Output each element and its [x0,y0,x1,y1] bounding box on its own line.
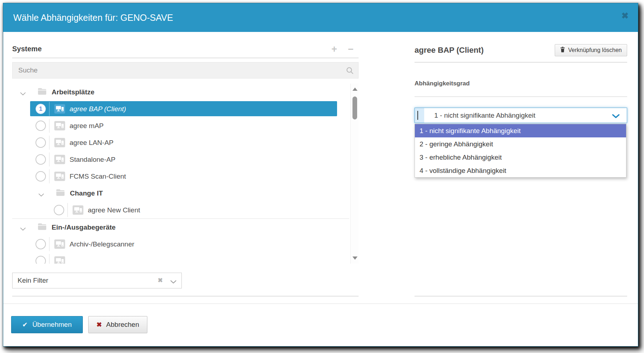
dependency-option[interactable]: 1 - nicht signifikante Abhängigkeit [415,124,626,137]
tree-item-label: FCMS Scan-Client [70,168,126,185]
chevron-down-icon[interactable] [20,226,26,232]
radio-circle[interactable] [35,121,46,131]
search-icon [346,67,354,76]
dependency-option[interactable]: 4 - vollständige Abhängigkeit [415,164,626,177]
search-box [12,62,359,79]
divider [49,152,49,166]
tree-row[interactable]: 1agree BAP (Client) [12,100,349,117]
tree-row[interactable]: agree LAN-AP [12,134,349,151]
cancel-button[interactable]: ✖ Abbrechen [88,316,147,333]
tree-item-label: agree New Client [88,202,140,218]
tree-folder-label: Change IT [70,185,103,202]
tree-folder-label: Ein-/Ausgabegeräte [52,219,115,236]
delete-link-button[interactable]: Verknüpfung löschen [555,44,627,56]
dialog-title: Wähle Abhängigkeiten für: GENO-SAVE [13,3,173,32]
dependency-degree-label: Abhängigkeitsgrad [415,80,470,87]
systems-heading: Systeme [12,45,42,53]
device-icon [54,104,65,115]
chevron-down-icon[interactable] [38,192,44,198]
combobox-value: 1 - nicht signifikante Abhängigkeit [434,108,535,123]
selection-order-badge: 1 [35,104,46,114]
tree-item-label: agree mAP [70,117,104,134]
chevron-down-icon[interactable] [612,113,620,120]
divider [415,97,627,97]
filter-select[interactable]: Kein Filter ✖ [12,273,182,288]
tree-row[interactable]: agree mAP [12,117,349,134]
divider [3,303,638,304]
device-icon [54,121,65,132]
divider [49,102,49,116]
device-icon [72,205,84,216]
divider [49,254,49,264]
device-icon [54,138,65,149]
folder-icon [37,87,47,97]
divider [415,296,627,296]
device-icon [54,171,65,183]
close-icon[interactable]: ✖ [621,11,629,21]
divider [415,62,627,62]
scrollbar-down-icon[interactable] [352,256,357,260]
tree-folder-label: Arbeitsplätze [52,84,94,100]
folder-icon [37,222,47,232]
trash-icon [560,47,565,54]
divider [49,237,49,251]
dependencies-dialog: Wähle Abhängigkeiten für: GENO-SAVE ✖ Sy… [3,3,638,347]
divider [49,136,49,150]
systems-panel: Systeme + − Arbeitsplätze1agree BAP (Cli… [12,43,359,300]
tree-row-folder[interactable]: Change IT [12,185,349,202]
combobox-input-segment[interactable] [415,108,424,123]
radio-circle[interactable] [35,239,46,249]
tree-row[interactable]: FCMS Scan-Client [12,168,349,185]
tree-item-label: Standalone-AP [70,151,115,168]
device-icon [54,239,65,250]
apply-label: Übernehmen [32,321,72,329]
systems-tree: Arbeitsplätze1agree BAP (Client)agree mA… [12,84,359,264]
divider [49,169,49,183]
dialog-header: Wähle Abhängigkeiten für: GENO-SAVE ✖ [3,3,638,32]
dependency-option[interactable]: 3 - erhebliche Abhängigkeit [415,151,626,164]
folder-icon [56,188,65,198]
delete-link-label: Verknüpfung löschen [568,47,622,53]
scrollbar-thumb[interactable] [352,97,357,119]
chevron-down-icon[interactable] [20,90,26,97]
tree-item-label: Archiv-/Belegscanner [70,236,134,253]
divider [12,58,359,58]
tree-row-folder[interactable]: Ein-/Ausgabegeräte [12,219,349,236]
divider [67,203,68,217]
tree-row-folder[interactable]: Arbeitsplätze [12,84,349,100]
dependency-combobox[interactable]: 1 - nicht signifikante Abhängigkeit [415,108,627,123]
detail-panel: agree BAP (Client) Verknüpfung löschen A… [415,43,627,300]
tree-row[interactable]: Archiv-/Belegscanner [12,236,349,253]
x-icon: ✖ [96,321,102,329]
tree-row[interactable] [12,253,349,264]
remove-system-icon[interactable]: − [348,45,354,53]
radio-circle[interactable] [35,154,46,165]
divider [49,119,49,133]
device-icon [54,256,65,264]
radio-circle[interactable] [35,256,46,264]
filter-clear-icon[interactable]: ✖ [158,273,163,288]
tree-scrollbar[interactable] [350,84,359,264]
radio-circle[interactable] [35,171,46,182]
search-input[interactable] [13,62,358,78]
text-caret [417,111,418,120]
divider [12,296,359,296]
tree-item-label: agree LAN-AP [70,134,114,151]
tree-row[interactable]: agree New Client [12,202,349,218]
tree-item-label: agree BAP (Client) [70,100,126,117]
dependency-options-list: 1 - nicht signifikante Abhängigkeit2 - g… [415,124,626,178]
check-icon: ✔ [22,321,28,329]
scrollbar-up-icon[interactable] [352,88,357,91]
add-system-icon[interactable]: + [331,45,337,53]
detail-heading: agree BAP (Client) [415,46,484,55]
tree-row[interactable]: Standalone-AP [12,151,349,168]
dependency-option[interactable]: 2 - geringe Abhängigkeit [415,137,626,151]
chevron-down-icon[interactable] [170,279,176,285]
radio-circle[interactable] [35,137,46,148]
radio-circle[interactable] [54,205,64,215]
filter-value: Kein Filter [18,273,48,288]
cancel-label: Abbrechen [106,321,139,329]
device-icon [54,155,65,166]
apply-button[interactable]: ✔ Übernehmen [11,316,83,333]
